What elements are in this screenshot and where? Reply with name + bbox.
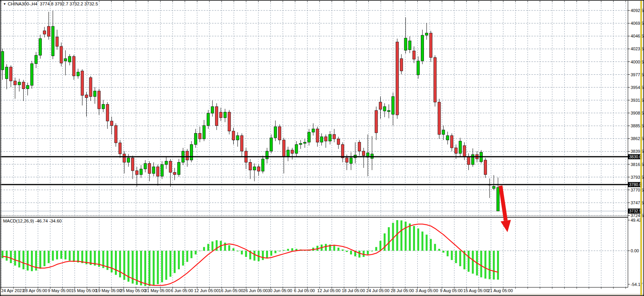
macd-bar — [140, 251, 142, 286]
macd-bar — [253, 251, 255, 261]
macd-bar — [392, 223, 394, 251]
right-edge-strip — [640, 1, 642, 295]
macd-bar — [2, 251, 3, 258]
macd-bar — [480, 251, 482, 277]
macd-bar — [359, 251, 360, 258]
macd-bar — [43, 251, 45, 266]
candle — [434, 55, 436, 107]
chart-dropdown-icon[interactable]: ▼ — [3, 2, 6, 6]
macd-bar — [342, 250, 343, 251]
macd-bar — [153, 251, 155, 286]
macd-bar — [442, 251, 444, 253]
macd-bar — [422, 231, 424, 251]
time-axis-label: 6 Jul 05:00 — [294, 288, 315, 293]
macd-indicator-label: MACD(12,26,9) -46.74 -34.60 — [3, 219, 62, 223]
macd-bar — [73, 251, 75, 262]
macd-bar — [350, 251, 352, 255]
macd-bar — [165, 251, 167, 280]
time-axis-label: 28 Jul 05:00 — [391, 288, 414, 293]
macd-bar — [325, 244, 327, 251]
macd-bar — [10, 251, 12, 263]
macd-bar — [144, 251, 146, 286]
macd-bar — [169, 251, 171, 277]
time-axis-label: 21 Aug 05:00 — [488, 288, 513, 293]
macd-bar — [497, 251, 499, 280]
time-axis-label: 12 Jul 05:00 — [317, 288, 340, 293]
macd-bar — [14, 251, 16, 265]
macd-bar — [224, 243, 226, 251]
macd-bar — [337, 248, 339, 251]
macd-bar — [56, 251, 58, 259]
macd-bar — [468, 251, 470, 272]
macd-bar — [195, 251, 196, 255]
candle — [228, 110, 231, 134]
candle — [429, 31, 432, 62]
macd-bar — [388, 227, 390, 251]
ohlc-values: 3774.8 3792.7 3732.2 3732.5 — [40, 2, 98, 6]
macd-bar — [6, 251, 8, 261]
svg-text:3780.0: 3780.0 — [629, 182, 642, 187]
time-axis-label: 6 Jun 05:00 — [171, 288, 193, 293]
macd-bar — [186, 251, 188, 262]
price-tag: 3830.0 — [628, 154, 642, 159]
chart-canvas[interactable]: 4092.54069.54046.54023.54000.53977.53954… — [0, 0, 644, 296]
macd-bar — [119, 251, 121, 277]
time-axis-label: 9 May 05:00 — [48, 288, 72, 293]
time-axis-label: 19 May 05:00 — [96, 288, 121, 293]
candle — [396, 39, 398, 119]
macd-bar — [367, 251, 369, 255]
macd-bar — [409, 224, 411, 251]
macd-bar — [157, 251, 159, 284]
macd-bar — [434, 244, 436, 251]
macd-bar — [228, 245, 230, 251]
macd-bar — [178, 251, 180, 269]
macd-bar — [379, 241, 381, 251]
macd-bar — [48, 251, 50, 263]
time-axis-label: 24 Jul 05:00 — [366, 288, 389, 293]
symbol-label: CHINA300-,H4 — [8, 2, 38, 6]
time-axis-label: 15 Aug 05:00 — [463, 288, 489, 293]
macd-bar — [123, 251, 125, 280]
time-axis-label: 18 Jul 05:00 — [342, 288, 365, 293]
macd-bar — [287, 249, 289, 251]
candle — [31, 61, 33, 89]
macd-bar — [22, 251, 24, 269]
chart-window: 4092.54069.54046.54023.54000.53977.53954… — [0, 0, 644, 296]
macd-bar — [65, 251, 67, 259]
macd-bar — [212, 241, 214, 251]
macd-bar — [237, 251, 239, 252]
symbol-ohlc-label: ▼CHINA300-,H4 3774.8 3792.7 3732.2 3732.… — [3, 2, 98, 6]
macd-bar — [405, 222, 407, 251]
time-axis-label: 12 Jun 05:00 — [194, 288, 219, 293]
macd-bar — [493, 251, 495, 279]
svg-text:3732.5: 3732.5 — [629, 209, 642, 213]
macd-bar — [413, 226, 415, 251]
macd-bar — [18, 251, 20, 267]
macd-axis-label: 49.42 — [631, 218, 642, 222]
time-axis-label: 24 Apr 2023 — [1, 288, 24, 293]
macd-bar — [203, 247, 205, 251]
macd-bar — [207, 244, 209, 251]
price-tag: 3732.5 — [628, 209, 642, 214]
macd-bar — [111, 251, 113, 272]
chart-background — [0, 0, 644, 296]
macd-bar — [278, 251, 280, 252]
macd-bar — [60, 251, 62, 259]
macd-bar — [52, 251, 54, 261]
macd-bar — [291, 248, 293, 251]
macd-bar — [484, 251, 486, 279]
macd-bar — [270, 251, 272, 256]
time-axis-label: 25 May 05:00 — [120, 288, 146, 293]
time-axis-label: 31 May 05:00 — [145, 288, 171, 293]
macd-bar — [400, 221, 402, 251]
time-axis-label: 9 Aug 05:00 — [440, 288, 463, 293]
svg-text:3830.0: 3830.0 — [629, 154, 642, 159]
macd-bar — [396, 220, 398, 251]
macd-bar — [375, 247, 377, 251]
macd-bar — [447, 251, 449, 256]
macd-bar — [262, 251, 264, 260]
macd-bar — [190, 251, 192, 258]
macd-bar — [283, 250, 285, 251]
macd-bar — [266, 251, 268, 258]
time-axis-label: 26 Jun 05:00 — [243, 288, 268, 293]
